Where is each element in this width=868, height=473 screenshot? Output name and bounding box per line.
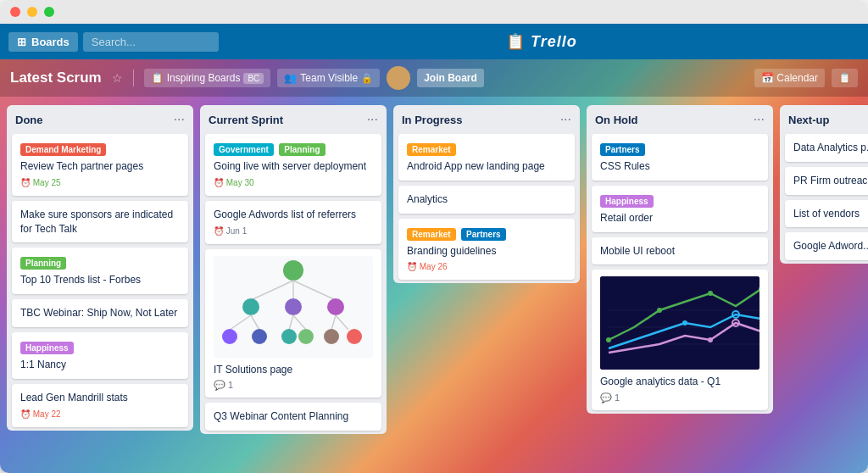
list-current-sprint-header: Current Sprint ··· xyxy=(200,105,387,131)
list-menu-icon[interactable]: ··· xyxy=(174,112,185,127)
calendar-icon: 📅 xyxy=(761,72,774,84)
svg-point-4 xyxy=(242,298,259,315)
list-menu-icon[interactable]: ··· xyxy=(367,112,378,127)
svg-point-25 xyxy=(708,291,713,296)
card-pr-firm[interactable]: PR Firm outreac... xyxy=(785,167,868,195)
card-top10[interactable]: Planning Top 10 Trends list - Forbes xyxy=(12,248,188,294)
list-in-progress: In Progress ··· Remarket Android App new… xyxy=(393,105,580,283)
svg-line-3 xyxy=(293,281,336,300)
list-in-progress-header: In Progress ··· xyxy=(393,105,580,131)
card-text: Google Adword... xyxy=(793,239,868,253)
svg-line-10 xyxy=(293,315,306,330)
trello-logo-text: 📋 Trello xyxy=(506,33,577,50)
list-current-sprint-cards: Government Planning Going live with serv… xyxy=(200,131,387,434)
comment-icon: 💬 1 xyxy=(600,392,620,403)
star-icon[interactable]: ☆ xyxy=(112,71,123,85)
card-branding[interactable]: Remarket Partners Branding guidelines ⏰ … xyxy=(398,219,575,281)
team-icon: 👥 xyxy=(284,72,297,84)
card-analytics[interactable]: Analytics xyxy=(398,186,575,214)
board-header: Latest Scrum ☆ 📋 Inspiring Boards BC 👥 T… xyxy=(0,59,868,97)
card-mobile-ui[interactable]: Mobile UI reboot xyxy=(592,237,768,265)
list-next-up: Next-up ··· Data Analytics p... PR Firm … xyxy=(780,105,868,264)
card-data-analytics[interactable]: Data Analytics p... xyxy=(785,134,868,162)
list-next-up-header: Next-up ··· xyxy=(780,105,868,131)
due-date: ⏰ Jun 1 xyxy=(214,226,247,236)
list-next-up-cards: Data Analytics p... PR Firm outreac... L… xyxy=(780,131,868,264)
card-google-analytics[interactable]: Google analytics data - Q1 💬 1 xyxy=(592,270,768,410)
tag-remarket: Remarket xyxy=(407,228,456,241)
card-text: Going live with server deployment xyxy=(214,159,373,174)
card-nancy[interactable]: Happiness 1:1 Nancy xyxy=(12,332,188,379)
boards-label: Boards xyxy=(31,36,70,48)
list-in-progress-title: In Progress xyxy=(402,114,463,126)
svg-point-15 xyxy=(281,329,297,344)
tag-partners: Partners xyxy=(461,228,506,241)
card-retail-order[interactable]: Happiness Retail order xyxy=(592,186,768,232)
avatar[interactable] xyxy=(387,66,410,90)
svg-line-12 xyxy=(336,315,348,330)
svg-point-17 xyxy=(324,329,339,344)
card-vendors[interactable]: List of vendors xyxy=(785,200,868,228)
due-date: ⏰ May 30 xyxy=(214,178,254,187)
due-date: ⏰ May 25 xyxy=(20,178,61,187)
card-text: CSS Rules xyxy=(600,159,760,174)
inspiring-boards-button[interactable]: 📋 Inspiring Boards BC xyxy=(144,69,271,87)
list-done-header: Done ··· xyxy=(7,105,193,131)
list-menu-icon[interactable]: ··· xyxy=(754,112,765,127)
join-board-button[interactable]: Join Board xyxy=(417,69,484,87)
card-google-adwords[interactable]: Google Adword... xyxy=(785,232,868,260)
card-text: Make sure sponsors are indicated for Tec… xyxy=(20,208,180,236)
tag-planning: Planning xyxy=(279,143,325,156)
card-leadgen[interactable]: Lead Gen Mandrill stats ⏰ May 22 xyxy=(12,384,188,427)
card-text: TBC Webinar: Ship Now, Not Later xyxy=(20,306,180,320)
card-text: Analytics xyxy=(407,192,566,207)
close-button[interactable] xyxy=(10,7,20,17)
card-sponsors[interactable]: Make sure sponsors are indicated for Tec… xyxy=(12,201,188,243)
bc-badge: BC xyxy=(243,73,264,84)
card-text: Top 10 Trends list - Forbes xyxy=(20,273,180,287)
svg-line-7 xyxy=(230,315,251,330)
team-visible-button[interactable]: 👥 Team Visible 🔒 xyxy=(277,69,380,87)
tag-government: Government xyxy=(214,143,274,156)
card-it-solutions[interactable]: IT Solutions page 💬 1 xyxy=(205,249,381,398)
maximize-button[interactable] xyxy=(44,7,54,17)
calendar-button[interactable]: 📅 Calendar xyxy=(754,69,825,87)
app: ⊞ Boards 📋 Trello Latest Scrum ☆ 📋 Inspi… xyxy=(0,24,868,473)
tag-partners: Partners xyxy=(600,143,645,156)
more-button[interactable]: 📋 xyxy=(832,69,858,87)
due-date: ⏰ May 26 xyxy=(407,262,448,271)
card-webinar[interactable]: TBC Webinar: Ship Now, Not Later xyxy=(12,299,188,327)
minimize-button[interactable] xyxy=(27,7,37,17)
board-icon: 📋 xyxy=(151,72,164,84)
card-text: Review Tech partner pages xyxy=(20,159,180,174)
tag-happiness: Happiness xyxy=(600,195,654,208)
card-text: Retail order xyxy=(600,211,760,225)
search-input[interactable] xyxy=(83,32,219,52)
boards-button[interactable]: ⊞ Boards xyxy=(8,32,78,52)
card-css-rules[interactable]: Partners CSS Rules xyxy=(592,134,768,181)
svg-point-18 xyxy=(347,329,362,344)
tag-demand-marketing: Demand Marketing xyxy=(20,143,106,156)
more-icon: 📋 xyxy=(838,72,851,84)
card-text: Lead Gen Mandrill stats xyxy=(20,391,180,405)
svg-point-16 xyxy=(298,329,314,344)
lock-icon: 🔒 xyxy=(361,73,373,84)
board-title: Latest Scrum xyxy=(10,70,102,86)
analytics-chart-image xyxy=(600,276,760,370)
list-menu-icon[interactable]: ··· xyxy=(560,112,571,127)
card-server-deployment[interactable]: Government Planning Going live with serv… xyxy=(205,134,381,196)
card-text: Mobile UI reboot xyxy=(600,244,760,259)
card-adwords[interactable]: Google Adwords list of referrers ⏰ Jun 1 xyxy=(205,201,381,244)
svg-line-11 xyxy=(331,315,336,330)
card-android-app[interactable]: Remarket Android App new landing page xyxy=(398,134,575,181)
team-visible-label: Team Visible xyxy=(300,72,358,84)
card-demand-marketing[interactable]: Demand Marketing Review Tech partner pag… xyxy=(12,134,188,196)
org-chart-svg xyxy=(214,258,373,355)
window: ⊞ Boards 📋 Trello Latest Scrum ☆ 📋 Inspi… xyxy=(0,0,868,473)
card-text: List of vendors xyxy=(793,207,868,221)
tag-planning: Planning xyxy=(20,257,66,270)
top-nav: ⊞ Boards 📋 Trello xyxy=(0,24,868,59)
list-in-progress-cards: Remarket Android App new landing page An… xyxy=(393,131,580,283)
card-text: Branding guidelines xyxy=(407,244,566,259)
card-q3-webinar[interactable]: Q3 Webinar Content Planning xyxy=(205,403,381,431)
